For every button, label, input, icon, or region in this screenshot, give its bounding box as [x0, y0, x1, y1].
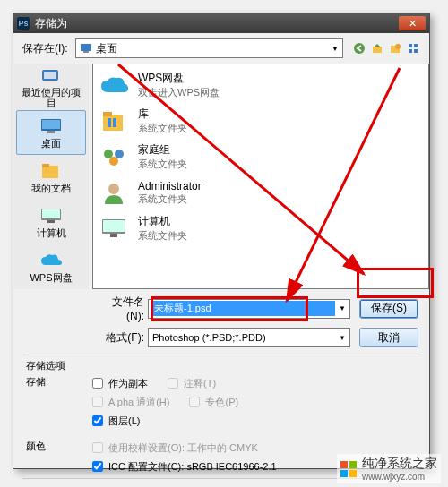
close-icon: ✕ — [409, 18, 417, 30]
back-icon[interactable] — [352, 41, 366, 56]
item-sub: 系统文件夹 — [138, 122, 187, 135]
layers-checkbox[interactable]: 图层(L) — [89, 413, 140, 429]
location-combo[interactable]: 桌面 ▼ — [75, 38, 343, 58]
svg-rect-8 — [409, 49, 412, 53]
format-label: 格式(F): — [98, 330, 148, 346]
file-list[interactable]: WPS网盘双击进入WPS网盘 库系统文件夹 家庭组系统文件夹 Administr… — [92, 64, 429, 289]
svg-rect-7 — [414, 44, 418, 47]
titlebar: Ps 存储为 ✕ — [13, 13, 429, 33]
divider — [22, 355, 420, 355]
item-name: 家庭组 — [138, 142, 187, 158]
svg-rect-1 — [83, 51, 89, 53]
svg-point-24 — [104, 150, 113, 158]
watermark-text: 纯净系统之家 — [362, 456, 437, 472]
place-label: 计算机 — [37, 227, 66, 238]
svg-rect-9 — [414, 49, 418, 53]
item-name: 库 — [138, 107, 187, 122]
chevron-down-icon: ▼ — [339, 334, 346, 342]
item-name: 计算机 — [138, 214, 187, 229]
svg-rect-21 — [103, 112, 112, 116]
cloud-icon — [39, 251, 64, 270]
save-as-dialog: Ps 存储为 ✕ 保存在(I): 桌面 ▼ 最近使用的项目 桌面 — [13, 13, 430, 469]
icc-checkbox[interactable]: ICC 配置文件(C): sRGB IEC61966-2.1 — [89, 458, 277, 474]
options-heading: 存储选项 — [26, 359, 89, 372]
recent-icon — [39, 65, 64, 85]
svg-rect-23 — [113, 118, 116, 127]
svg-rect-29 — [103, 220, 125, 232]
watermark-icon — [340, 461, 357, 477]
cancel-button[interactable]: 取消 — [359, 328, 418, 347]
cmyk-checkbox: 使用校样设置(O): 工作中的 CMYK — [89, 440, 258, 456]
item-name: Administrator — [138, 180, 202, 192]
location-value: 桌面 — [96, 41, 117, 56]
svg-point-27 — [108, 184, 119, 194]
storage-label: 存储: — [26, 375, 89, 391]
dialog-title: 存储为 — [35, 16, 399, 31]
place-documents[interactable]: 我的文档 — [17, 156, 85, 200]
svg-rect-22 — [108, 118, 111, 127]
svg-rect-18 — [42, 209, 60, 218]
computer-icon — [39, 206, 64, 226]
close-button[interactable]: ✕ — [399, 16, 426, 30]
list-item[interactable]: WPS网盘双击进入WPS网盘 — [99, 68, 423, 102]
svg-rect-13 — [42, 120, 60, 129]
filename-area: 文件名(N): 未标题-1.psd ▼ 保存(S) 格式(F): Photosh… — [13, 289, 429, 353]
places-bar: 最近使用的项目 桌面 我的文档 计算机 WPS网盘 — [13, 64, 89, 289]
svg-rect-30 — [110, 234, 117, 237]
list-item[interactable]: 计算机系统文件夹 — [99, 211, 423, 245]
watermark: 纯净系统之家 www.wjxyz.com — [337, 454, 441, 483]
desktop-icon — [39, 116, 64, 136]
item-sub: 系统文件夹 — [138, 158, 187, 171]
computer-item-icon — [99, 215, 129, 242]
list-item[interactable]: 家庭组系统文件夹 — [99, 140, 423, 174]
svg-rect-19 — [47, 220, 55, 223]
place-computer[interactable]: 计算机 — [17, 201, 85, 244]
watermark-url: www.wjxyz.com — [362, 472, 437, 482]
format-value: Photoshop (*.PSD;*.PDD) — [152, 332, 335, 343]
svg-point-25 — [115, 150, 124, 158]
filename-label: 文件名(N): — [98, 295, 148, 322]
list-item[interactable]: Administrator系统文件夹 — [99, 175, 423, 209]
new-folder-icon[interactable] — [388, 41, 402, 56]
svg-point-26 — [109, 157, 118, 166]
place-recent[interactable]: 最近使用的项目 — [17, 65, 85, 109]
chevron-down-icon: ▼ — [332, 45, 339, 53]
photoshop-icon: Ps — [17, 17, 30, 30]
body: 最近使用的项目 桌面 我的文档 计算机 WPS网盘 WPS网盘双击进 — [13, 64, 429, 289]
svg-rect-0 — [81, 44, 91, 51]
list-item[interactable]: 库系统文件夹 — [99, 104, 423, 138]
svg-rect-3 — [373, 47, 382, 53]
svg-point-5 — [395, 44, 401, 49]
location-bar: 保存在(I): 桌面 ▼ — [13, 33, 429, 64]
user-icon — [99, 179, 129, 206]
place-wps[interactable]: WPS网盘 — [17, 244, 85, 288]
item-sub: 双击进入WPS网盘 — [138, 86, 220, 99]
filename-input[interactable]: 未标题-1.psd ▼ — [148, 299, 350, 319]
filename-value: 未标题-1.psd — [152, 301, 335, 316]
place-label: 桌面 — [41, 138, 61, 149]
views-icon[interactable] — [406, 41, 420, 56]
documents-icon — [39, 161, 64, 181]
cloud-icon — [99, 72, 129, 98]
color-label: 颜色: — [26, 440, 89, 456]
homegroup-icon — [99, 143, 129, 170]
svg-rect-16 — [42, 164, 49, 167]
svg-rect-6 — [409, 44, 412, 47]
format-combo[interactable]: Photoshop (*.PSD;*.PDD) ▼ — [148, 328, 350, 347]
item-sub: 系统文件夹 — [138, 192, 202, 206]
alpha-checkbox: Alpha 通道(H) — [89, 394, 169, 410]
place-desktop[interactable]: 桌面 — [16, 110, 86, 156]
chevron-down-icon: ▼ — [339, 304, 346, 312]
place-label: WPS网盘 — [30, 272, 72, 283]
svg-point-2 — [354, 43, 365, 54]
svg-rect-11 — [44, 72, 56, 79]
up-icon[interactable] — [370, 41, 384, 56]
place-label: 我的文档 — [31, 183, 71, 193]
item-sub: 系统文件夹 — [138, 229, 187, 243]
svg-rect-14 — [47, 131, 55, 133]
save-button[interactable]: 保存(S) — [359, 299, 418, 319]
copy-checkbox[interactable]: 作为副本 — [89, 375, 148, 391]
svg-rect-15 — [42, 166, 58, 178]
libraries-icon — [99, 107, 129, 134]
nav-icons — [352, 41, 420, 56]
